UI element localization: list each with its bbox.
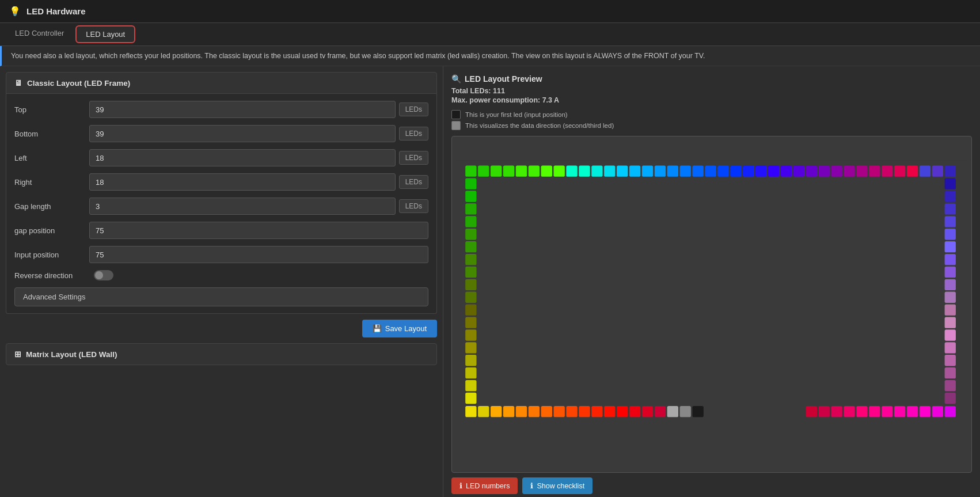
svg-rect-96 xyxy=(819,406,830,417)
svg-rect-101 xyxy=(882,406,892,417)
left-row: Left LEDs xyxy=(14,149,428,166)
svg-rect-41 xyxy=(465,191,476,202)
left-input-wrap: LEDs xyxy=(89,149,428,166)
svg-rect-59 xyxy=(945,191,956,202)
svg-rect-62 xyxy=(945,229,956,240)
svg-rect-37 xyxy=(920,166,930,177)
top-label: Top xyxy=(14,105,89,114)
save-row: 💾 Save Layout xyxy=(6,320,437,337)
top-row-leds xyxy=(465,166,956,177)
input-position-input[interactable] xyxy=(89,246,428,263)
tab-led-controller[interactable]: LED Controller xyxy=(5,23,74,45)
tabs-bar: LED Controller LED Layout xyxy=(0,23,980,46)
legend-item-data-dir: This visualizes the data direction (seco… xyxy=(451,121,972,130)
svg-rect-94 xyxy=(692,406,703,417)
svg-rect-54 xyxy=(465,355,476,366)
svg-rect-4 xyxy=(503,166,514,177)
svg-rect-27 xyxy=(793,166,804,177)
bottom-label: Bottom xyxy=(14,130,89,138)
gap-length-label: Gap length xyxy=(14,202,89,211)
right-row: Right LEDs xyxy=(14,173,428,191)
svg-rect-17 xyxy=(667,166,678,177)
svg-rect-16 xyxy=(655,166,666,177)
svg-rect-89 xyxy=(629,406,640,417)
left-input[interactable] xyxy=(89,149,396,166)
gap-length-input[interactable] xyxy=(89,198,396,215)
svg-rect-61 xyxy=(945,216,956,227)
svg-rect-12 xyxy=(604,166,615,177)
svg-rect-10 xyxy=(579,166,590,177)
svg-rect-44 xyxy=(465,229,476,240)
svg-rect-98 xyxy=(844,406,854,417)
svg-rect-90 xyxy=(642,406,653,417)
svg-rect-30 xyxy=(831,166,842,177)
svg-rect-72 xyxy=(945,355,956,366)
svg-rect-103 xyxy=(907,406,918,417)
svg-rect-42 xyxy=(465,203,476,214)
svg-rect-71 xyxy=(945,342,956,353)
svg-rect-47 xyxy=(465,267,476,278)
gap-position-input[interactable] xyxy=(89,222,428,239)
gap-position-row: gap position xyxy=(14,222,428,239)
svg-rect-24 xyxy=(755,166,766,177)
svg-rect-97 xyxy=(831,406,842,417)
right-input-wrap: LEDs xyxy=(89,173,428,191)
svg-rect-100 xyxy=(869,406,880,417)
show-checklist-button[interactable]: ℹ Show checklist xyxy=(522,477,592,494)
top-leds-badge: LEDs xyxy=(399,103,428,116)
info-icon: ℹ xyxy=(459,481,462,490)
svg-rect-29 xyxy=(819,166,830,177)
svg-rect-33 xyxy=(869,166,880,177)
svg-rect-79 xyxy=(503,406,514,417)
right-leds-badge: LEDs xyxy=(399,175,428,189)
svg-rect-45 xyxy=(465,241,476,252)
svg-rect-65 xyxy=(945,267,956,278)
svg-rect-5 xyxy=(516,166,527,177)
checklist-icon: ℹ xyxy=(530,481,533,490)
svg-rect-95 xyxy=(806,406,817,417)
bottom-row: Bottom LEDs xyxy=(14,125,428,142)
gap-length-leds-badge: LEDs xyxy=(399,199,428,213)
svg-rect-102 xyxy=(894,406,905,417)
left-panel: 🖥 Classic Layout (LED Frame) Top LEDs Bo… xyxy=(0,66,443,497)
reverse-direction-label: Reverse direction xyxy=(14,271,89,280)
top-row: Top LEDs xyxy=(14,101,428,118)
svg-rect-28 xyxy=(806,166,817,177)
reverse-direction-toggle[interactable] xyxy=(94,270,113,280)
svg-rect-78 xyxy=(491,406,502,417)
advanced-settings-button[interactable]: Advanced Settings xyxy=(14,287,428,306)
svg-rect-64 xyxy=(945,254,956,265)
tab-led-layout[interactable]: LED Layout xyxy=(75,25,135,43)
right-label: Right xyxy=(14,178,89,187)
bottom-input-wrap: LEDs xyxy=(89,125,428,142)
svg-rect-35 xyxy=(894,166,905,177)
svg-rect-3 xyxy=(491,166,502,177)
svg-rect-93 xyxy=(680,406,691,417)
top-input[interactable] xyxy=(89,101,396,118)
max-power: Max. power consumption: 7.3 A xyxy=(451,96,972,104)
title-bar: 💡 LED Hardware xyxy=(0,0,980,23)
led-numbers-button[interactable]: ℹ LED numbers xyxy=(451,477,518,494)
save-icon: 💾 xyxy=(373,324,382,333)
matrix-layout-header[interactable]: ⊞ Matrix Layout (LED Wall) xyxy=(6,343,437,365)
svg-rect-0 xyxy=(452,160,971,449)
app-icon: 💡 xyxy=(9,6,21,17)
app-title: LED Hardware xyxy=(26,6,86,16)
led-preview-area xyxy=(451,136,972,473)
svg-rect-40 xyxy=(465,178,476,189)
input-position-input-wrap xyxy=(89,246,428,263)
save-layout-button[interactable]: 💾 Save Layout xyxy=(362,320,437,337)
svg-rect-68 xyxy=(945,305,956,316)
svg-rect-18 xyxy=(680,166,691,177)
gap-position-input-wrap xyxy=(89,222,428,239)
svg-rect-56 xyxy=(465,380,476,391)
svg-rect-88 xyxy=(617,406,628,417)
svg-rect-23 xyxy=(743,166,754,177)
svg-rect-46 xyxy=(465,254,476,265)
bottom-input[interactable] xyxy=(89,125,396,142)
svg-rect-76 xyxy=(465,406,476,417)
svg-rect-36 xyxy=(907,166,918,177)
right-input[interactable] xyxy=(89,173,396,191)
svg-rect-84 xyxy=(566,406,577,417)
svg-rect-32 xyxy=(856,166,867,177)
